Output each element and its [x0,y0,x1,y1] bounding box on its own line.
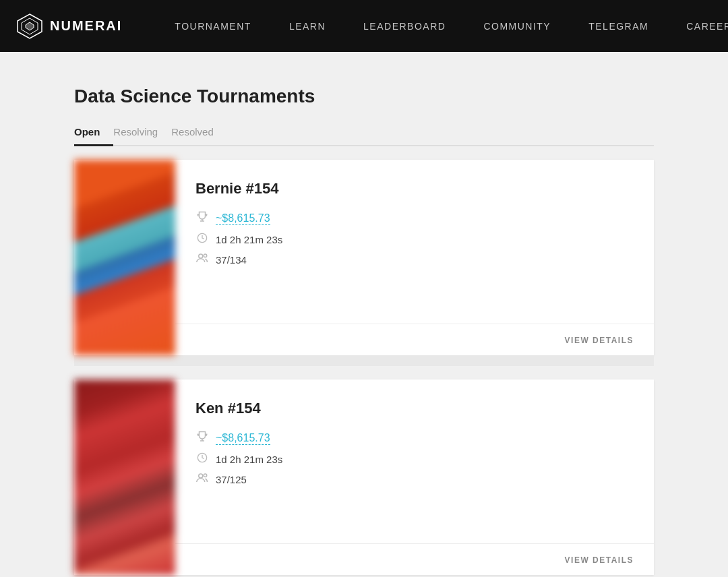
bernie-prize-stat: ~$8,615.73 [195,211,634,226]
bernie-title: Bernie #154 [195,180,634,198]
nav-careers[interactable]: CAREERS [667,0,728,52]
clock-icon-ken [195,452,209,466]
nav-learn[interactable]: LEARN [270,0,344,52]
trophy-icon [195,211,209,226]
tournament-card-ken: Ken #154 ~$8,615.73 [74,379,654,575]
card-separator [74,355,654,366]
people-icon-bernie [195,253,209,266]
logo-icon [16,13,43,40]
tab-resolved[interactable]: Resolved [171,121,227,146]
ken-participants: 37/125 [216,474,247,485]
bernie-prize: ~$8,615.73 [216,212,270,225]
trophy-icon-ken [195,431,209,446]
bernie-participants: 37/134 [216,254,247,266]
svg-marker-2 [26,22,34,30]
ken-participants-stat: 37/125 [195,473,634,486]
svg-point-12 [204,474,207,477]
ken-prize-stat: ~$8,615.73 [195,431,634,446]
ken-view-details[interactable]: VIEW DETAILS [565,555,634,565]
bernie-timer: 1d 2h 21m 23s [216,234,282,245]
page-title: Data Science Tournaments [74,86,654,107]
people-icon-ken [195,473,209,486]
ken-timer-stat: 1d 2h 21m 23s [195,452,634,466]
bernie-timer-stat: 1d 2h 21m 23s [195,233,634,246]
clock-icon-bernie [195,233,209,246]
nav-telegram[interactable]: TELEGRAM [570,0,667,52]
bernie-card-body: Bernie #154 ~$8,615.73 [175,160,654,355]
ken-prize: ~$8,615.73 [216,432,270,445]
svg-point-11 [199,474,203,478]
nav-tournament[interactable]: TOURNAMENT [156,0,270,52]
svg-point-6 [199,254,203,258]
bernie-view-details[interactable]: VIEW DETAILS [565,336,634,345]
svg-point-7 [204,254,207,257]
ken-card-footer: VIEW DETAILS [175,543,654,575]
ken-thumbnail [74,379,175,575]
ken-title: Ken #154 [195,400,634,417]
logo-text: NUMERAI [50,18,122,34]
tab-resolving[interactable]: Resolving [113,121,171,146]
tournament-tabs: Open Resolving Resolved [74,121,654,146]
tab-open[interactable]: Open [74,121,113,146]
ken-timer: 1d 2h 21m 23s [216,454,282,465]
bernie-thumbnail [74,160,175,355]
ken-card-body: Ken #154 ~$8,615.73 [175,379,654,575]
nav-links: TOURNAMENT LEARN LEADERBOARD COMMUNITY T… [156,0,728,52]
logo-link[interactable]: NUMERAI [16,13,122,40]
tournament-card-bernie: Bernie #154 ~$8,615.73 [74,160,654,355]
bernie-card-footer: VIEW DETAILS [175,324,654,355]
bernie-participants-stat: 37/134 [195,253,634,266]
navbar: NUMERAI TOURNAMENT LEARN LEADERBOARD COM… [0,0,728,52]
nav-leaderboard[interactable]: LEADERBOARD [344,0,464,52]
ken-card-info: Ken #154 ~$8,615.73 [175,379,654,543]
main-content: Data Science Tournaments Open Resolving … [61,52,667,577]
nav-community[interactable]: COMMUNITY [464,0,570,52]
bernie-card-info: Bernie #154 ~$8,615.73 [175,160,654,324]
